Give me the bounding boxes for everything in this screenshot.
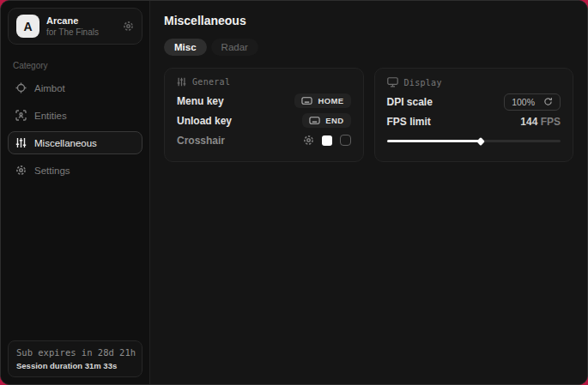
sidebar-item-aimbot[interactable]: Aimbot	[8, 76, 142, 99]
tab-bar: Misc Radar	[164, 39, 573, 56]
app-window: A Arcane for The Finals Category	[0, 0, 588, 385]
sliders-icon	[177, 77, 186, 87]
sidebar-item-label: Entities	[34, 111, 67, 121]
brand-text: Arcane for The Finals	[46, 15, 99, 37]
general-card-title: General	[192, 77, 230, 87]
dpi-scale-value: 100%	[512, 97, 535, 107]
keyboard-icon	[309, 117, 320, 124]
sliders-icon	[15, 137, 27, 148]
refresh-icon[interactable]	[543, 97, 553, 106]
sidebar-item-miscellaneous[interactable]: Miscellaneous	[8, 131, 142, 154]
dpi-scale-control[interactable]: 100%	[504, 93, 561, 111]
brand-title: Arcane	[46, 15, 99, 26]
tab-radar[interactable]: Radar	[211, 39, 258, 56]
gear-icon[interactable]	[303, 135, 314, 146]
brand-card: A Arcane for The Finals	[8, 8, 142, 45]
fps-limit-slider[interactable]	[387, 136, 561, 145]
unload-key-bind-button[interactable]: END	[302, 113, 350, 128]
entities-icon	[15, 110, 27, 121]
crosshair-controls	[303, 135, 351, 146]
display-card-title: Display	[404, 78, 442, 87]
brand-subtitle: for The Finals	[46, 27, 99, 37]
monitor-icon	[387, 77, 398, 87]
gear-icon	[15, 165, 27, 176]
keyboard-icon	[301, 97, 312, 105]
session-duration-text: Session duration 31m 33s	[16, 361, 134, 370]
dpi-scale-row: DPI scale 100%	[387, 92, 561, 111]
crosshair-icon	[15, 82, 27, 93]
menu-key-row: Menu key HOME	[177, 91, 351, 111]
sidebar-nav: Aimbot Entities	[1, 76, 149, 182]
gear-icon[interactable]	[123, 21, 134, 32]
general-card: General Menu key HOME	[164, 68, 364, 162]
sidebar-item-label: Miscellaneous	[34, 138, 97, 148]
fps-limit-value: 144 FPS	[520, 116, 561, 128]
menu-key-bind-button[interactable]: HOME	[294, 93, 350, 108]
fps-limit-row: FPS limit 144 FPS	[387, 111, 561, 131]
general-card-header: General	[177, 77, 351, 87]
brand-logo: A	[16, 15, 39, 38]
unload-key-label: Unload key	[177, 115, 232, 127]
menu-key-label: Menu key	[177, 95, 224, 107]
sidebar-item-label: Aimbot	[34, 83, 65, 93]
settings-cards: General Menu key HOME	[164, 68, 573, 162]
crosshair-color-swatch[interactable]	[322, 135, 332, 146]
crosshair-checkbox[interactable]	[340, 135, 351, 146]
unload-key-row: Unload key END	[177, 111, 351, 130]
unload-key-value: END	[325, 116, 343, 125]
fps-number: 144	[520, 116, 537, 128]
main-content: Miscellaneous Misc Radar General	[150, 1, 587, 384]
crosshair-row: Crosshair	[177, 130, 351, 150]
display-card: Display DPI scale 100%	[374, 68, 574, 162]
fps-slider-thumb[interactable]	[476, 137, 485, 146]
subscription-status-card: Sub expires in 28d 21h Session duration …	[8, 340, 142, 377]
sidebar-item-label: Settings	[34, 165, 70, 176]
display-card-header: Display	[387, 77, 561, 87]
sidebar-item-settings[interactable]: Settings	[8, 159, 142, 182]
sidebar-item-entities[interactable]: Entities	[8, 104, 142, 127]
page-title: Miscellaneous	[164, 14, 573, 27]
fps-unit: FPS	[541, 116, 561, 128]
fps-slider-fill	[387, 140, 481, 142]
menu-key-value: HOME	[318, 96, 343, 105]
dpi-scale-label: DPI scale	[387, 96, 433, 108]
sidebar: A Arcane for The Finals Category	[1, 1, 150, 384]
sub-expiry-text: Sub expires in 28d 21h	[16, 347, 134, 358]
tab-misc[interactable]: Misc	[164, 39, 207, 56]
category-label: Category	[13, 61, 137, 70]
crosshair-label: Crosshair	[177, 135, 225, 147]
fps-limit-label: FPS limit	[387, 116, 431, 128]
